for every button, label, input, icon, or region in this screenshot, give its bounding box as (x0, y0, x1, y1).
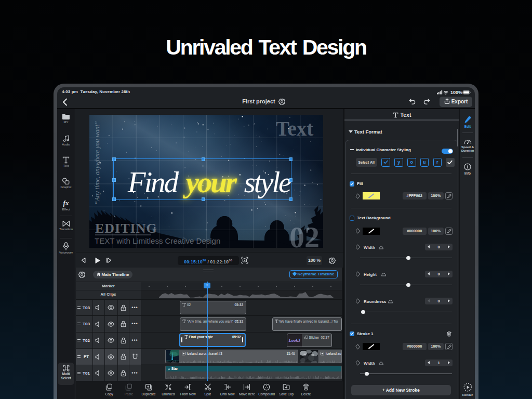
svg-text:TEXT with Limitless Creative D: TEXT with Limitless Creative Design (95, 236, 220, 245)
svg-text:Text: Text (276, 117, 313, 140)
svg-text:02: 02 (289, 220, 320, 248)
svg-text:100%: 100% (450, 90, 462, 95)
svg-text:EDITING: EDITING (95, 221, 157, 236)
